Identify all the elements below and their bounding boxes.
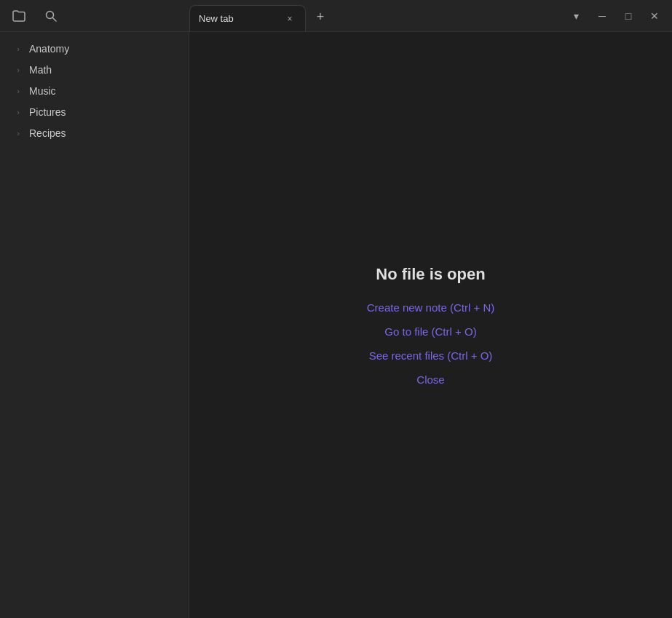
tabs-area: New tab × + [189,0,564,31]
chevron-right-icon: › [13,108,23,116]
chevron-right-icon: › [13,44,23,53]
title-bar: New tab × + ▾ ─ □ ✕ [0,0,672,32]
new-tab-button[interactable]: + [309,6,332,29]
sidebar-item-music[interactable]: ›Music [4,81,184,101]
search-icon[interactable] [41,6,61,26]
title-bar-left [0,6,189,26]
svg-line-1 [53,17,57,21]
sidebar-item-recipes[interactable]: ›Recipes [4,123,184,143]
sidebar-item-label: Music [29,85,56,97]
minimize-button[interactable]: ─ [590,4,614,28]
sidebar-item-label: Recipes [29,127,66,139]
sidebar-item-pictures[interactable]: ›Pictures [4,102,184,122]
see-recent-files-link[interactable]: See recent files (Ctrl + O) [369,349,493,362]
window-controls: ▾ ─ □ ✕ [564,4,672,28]
sidebar-item-label: Anatomy [29,43,69,55]
close-link[interactable]: Close [416,373,444,386]
tab-label: New tab [199,13,277,24]
create-new-note-link[interactable]: Create new note (Ctrl + N) [367,301,494,314]
chevron-right-icon: › [13,129,23,138]
no-file-container: No file is open Create new note (Ctrl + … [367,265,494,386]
content-area: No file is open Create new note (Ctrl + … [189,32,672,618]
dropdown-button[interactable]: ▾ [564,4,588,28]
close-button[interactable]: ✕ [643,4,666,28]
sidebar-item-label: Pictures [29,106,66,118]
sidebar-item-label: Math [29,64,52,76]
sidebar-item-anatomy[interactable]: ›Anatomy [4,39,184,59]
no-file-title: No file is open [376,265,485,284]
sidebar: ›Anatomy›Math›Music›Pictures›Recipes [0,32,189,618]
main-layout: ›Anatomy›Math›Music›Pictures›Recipes No … [0,32,672,618]
go-to-file-link[interactable]: Go to file (Ctrl + O) [384,325,476,338]
folder-icon[interactable] [9,6,29,26]
tab-new[interactable]: New tab × [189,5,306,31]
maximize-button[interactable]: □ [617,4,640,28]
tab-close-button[interactable]: × [283,12,296,25]
chevron-right-icon: › [13,66,23,74]
sidebar-item-math[interactable]: ›Math [4,60,184,80]
chevron-right-icon: › [13,87,23,95]
